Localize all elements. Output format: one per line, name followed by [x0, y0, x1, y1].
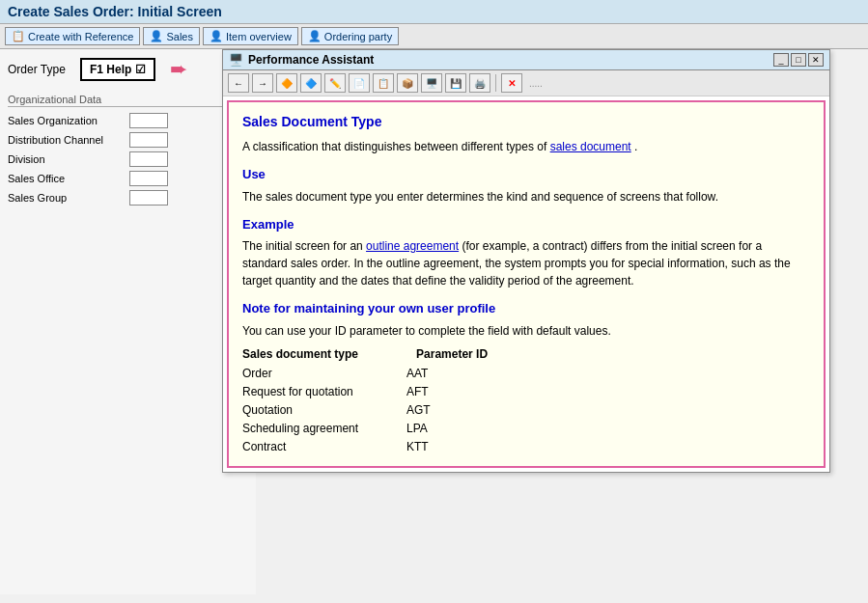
- param-row-0-col2: AAT: [406, 365, 428, 382]
- dist-channel-input[interactable]: [129, 132, 168, 148]
- param-col1-header: Sales document type: [242, 345, 358, 363]
- param-row-2-col2: AGT: [406, 401, 431, 419]
- division-label: Division: [8, 153, 124, 165]
- create-with-reference-button[interactable]: 📋 Create with Reference: [5, 27, 140, 45]
- toolbar-separator: [495, 74, 496, 92]
- sales-org-row: Sales Organization: [8, 113, 248, 128]
- right-arrow-icon: ➨: [170, 57, 187, 82]
- person-icon-item: 👤: [210, 30, 223, 42]
- param-row-3: Scheduling agreement LPA: [242, 420, 810, 437]
- parameter-table: Sales document type Parameter ID Order A…: [242, 345, 810, 455]
- page-title: Create Sales Order: Initial Screen: [0, 0, 868, 24]
- perf-title-text: Performance Assistant: [248, 53, 374, 67]
- f1-help-checkbox[interactable]: ☑: [135, 63, 146, 76]
- monitor-icon-btn[interactable]: 🖥️: [421, 73, 442, 93]
- sales-group-input[interactable]: [129, 190, 168, 206]
- perf-window-icon: 🖥️: [229, 53, 243, 67]
- param-row-2-col1: Quotation: [242, 401, 406, 419]
- perf-assistant-titlebar: 🖥️ Performance Assistant _ □ ✕: [223, 50, 829, 70]
- sales-office-row: Sales Office: [8, 171, 248, 186]
- f1-help-text: F1 Help: [90, 63, 131, 76]
- clipboard-icon: 📋: [12, 30, 25, 42]
- f1-help-box: F1 Help ☑: [80, 58, 155, 81]
- sales-org-input[interactable]: [129, 113, 168, 128]
- doc-icon-btn[interactable]: 📄: [349, 73, 370, 93]
- perf-title-left: 🖥️ Performance Assistant: [229, 53, 374, 67]
- perf-toolbar: ← → 🔶 🔷 ✏️ 📄 📋 📦 🖥️ 💾 🖨️ ✕ .....: [223, 70, 829, 96]
- param-row-1-col2: AFT: [406, 383, 429, 400]
- param-table-header: Sales document type Parameter ID: [242, 345, 810, 363]
- forward-button[interactable]: →: [252, 73, 273, 93]
- main-content: Order Type F1 Help ☑ ➨ Organizational Da…: [0, 49, 868, 594]
- outline-agreement-link[interactable]: outline agreement: [366, 239, 459, 253]
- param-row-3-col1: Scheduling agreement: [242, 420, 406, 437]
- param-row-0: Order AAT: [242, 365, 810, 382]
- sales-tab-button[interactable]: 👤 Sales: [143, 27, 200, 45]
- param-row-4-col1: Contract: [242, 438, 406, 455]
- param-col2-header: Parameter ID: [416, 345, 488, 363]
- division-input[interactable]: [129, 151, 168, 167]
- param-row-2: Quotation AGT: [242, 401, 810, 419]
- left-panel: Order Type F1 Help ☑ ➨ Organizational Da…: [0, 49, 256, 594]
- org-data-section-label: Organizational Data: [8, 94, 248, 107]
- toolbar-dots: .....: [525, 78, 546, 89]
- use-heading: Use: [242, 165, 810, 184]
- minimize-button[interactable]: _: [773, 53, 789, 67]
- sales-office-label: Sales Office: [8, 173, 124, 184]
- param-row-3-col2: LPA: [406, 420, 428, 437]
- package-icon-btn[interactable]: 📦: [397, 73, 418, 93]
- example-text-1: The initial screen for an: [242, 239, 366, 253]
- sales-org-label: Sales Organization: [8, 115, 124, 126]
- edit-icon-btn[interactable]: ✏️: [324, 73, 346, 93]
- dist-channel-label: Distribution Channel: [8, 134, 124, 146]
- param-row-1: Request for quotation AFT: [242, 383, 810, 400]
- param-row-4: Contract KTT: [242, 438, 810, 455]
- back-button[interactable]: ←: [228, 73, 249, 93]
- save-icon-btn[interactable]: 💾: [445, 73, 466, 93]
- division-row: Division: [8, 151, 248, 167]
- person-icon-ordering: 👤: [308, 30, 322, 42]
- close-button[interactable]: ✕: [808, 53, 824, 67]
- example-heading: Example: [242, 215, 810, 234]
- main-toolbar: 📋 Create with Reference 👤 Sales 👤 Item o…: [0, 24, 868, 49]
- item-overview-button[interactable]: 👤 Item overview: [203, 27, 298, 45]
- intro-text: A classification that distinguishes betw…: [242, 140, 550, 153]
- note-paragraph: You can use your ID parameter to complet…: [242, 322, 810, 340]
- intro-end: .: [634, 140, 637, 153]
- ordering-party-button[interactable]: 👤 Ordering party: [301, 27, 399, 45]
- sales-office-input[interactable]: [129, 171, 168, 186]
- sales-group-row: Sales Group: [8, 190, 248, 206]
- order-type-label: Order Type: [8, 63, 70, 76]
- param-row-1-col1: Request for quotation: [242, 383, 406, 400]
- note-heading: Note for maintaining your own user profi…: [242, 299, 810, 318]
- param-row-4-col2: KTT: [406, 438, 429, 455]
- sales-group-label: Sales Group: [8, 192, 124, 204]
- structure-icon-btn[interactable]: 🔷: [300, 73, 322, 93]
- use-paragraph: The sales document type you enter determ…: [242, 188, 810, 206]
- main-heading: Sales Document Type: [242, 112, 810, 132]
- maximize-button[interactable]: □: [791, 53, 806, 67]
- copy-icon-btn[interactable]: 📋: [373, 73, 394, 93]
- sales-document-link[interactable]: sales document: [550, 140, 631, 153]
- search-icon-btn[interactable]: 🔶: [276, 73, 297, 93]
- order-type-row: Order Type F1 Help ☑ ➨: [8, 57, 248, 82]
- print-icon-btn[interactable]: 🖨️: [469, 73, 490, 93]
- param-row-0-col1: Order: [242, 365, 406, 382]
- example-paragraph: The initial screen for an outline agreem…: [242, 237, 810, 289]
- close-icon-btn[interactable]: ✕: [501, 73, 522, 93]
- intro-paragraph: A classification that distinguishes betw…: [242, 138, 810, 155]
- performance-assistant-window: 🖥️ Performance Assistant _ □ ✕ ← → 🔶 🔷 ✏…: [222, 49, 830, 473]
- person-icon-sales: 👤: [150, 30, 163, 42]
- dist-channel-row: Distribution Channel: [8, 132, 248, 148]
- window-controls: _ □ ✕: [773, 53, 824, 67]
- perf-content-area: Sales Document Type A classification tha…: [227, 100, 826, 468]
